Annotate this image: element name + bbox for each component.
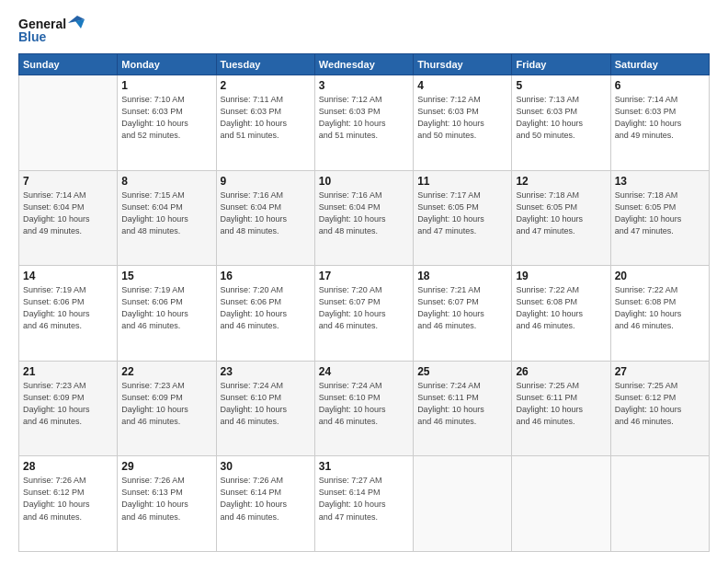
calendar-table: SundayMondayTuesdayWednesdayThursdayFrid… bbox=[18, 53, 710, 552]
calendar-day-cell: 13Sunrise: 7:18 AM Sunset: 6:05 PM Dayli… bbox=[610, 170, 709, 266]
day-number: 25 bbox=[417, 365, 507, 378]
day-header-sunday: Sunday bbox=[19, 54, 118, 75]
calendar-week-row: 21Sunrise: 7:23 AM Sunset: 6:09 PM Dayli… bbox=[19, 361, 710, 456]
calendar-day-cell: 27Sunrise: 7:25 AM Sunset: 6:12 PM Dayli… bbox=[610, 361, 709, 456]
day-header-friday: Friday bbox=[512, 54, 610, 75]
day-info: Sunrise: 7:26 AM Sunset: 6:12 PM Dayligh… bbox=[23, 475, 113, 523]
logo: General Blue bbox=[18, 17, 85, 44]
day-info: Sunrise: 7:17 AM Sunset: 6:05 PM Dayligh… bbox=[417, 190, 507, 237]
day-info: Sunrise: 7:22 AM Sunset: 6:08 PM Dayligh… bbox=[516, 284, 606, 332]
day-info: Sunrise: 7:23 AM Sunset: 6:09 PM Dayligh… bbox=[121, 380, 211, 428]
calendar-day-cell bbox=[610, 456, 709, 552]
day-info: Sunrise: 7:12 AM Sunset: 6:03 PM Dayligh… bbox=[319, 94, 409, 142]
day-number: 9 bbox=[221, 175, 311, 188]
day-info: Sunrise: 7:20 AM Sunset: 6:07 PM Dayligh… bbox=[319, 284, 409, 332]
day-number: 7 bbox=[23, 175, 113, 188]
calendar-day-cell: 19Sunrise: 7:22 AM Sunset: 6:08 PM Dayli… bbox=[512, 266, 610, 362]
calendar-day-cell: 5Sunrise: 7:13 AM Sunset: 6:03 PM Daylig… bbox=[512, 75, 610, 171]
day-number: 6 bbox=[615, 79, 705, 92]
day-number: 23 bbox=[221, 365, 311, 378]
day-number: 27 bbox=[615, 365, 705, 378]
calendar-day-cell: 9Sunrise: 7:16 AM Sunset: 6:04 PM Daylig… bbox=[216, 170, 314, 266]
calendar-day-cell: 12Sunrise: 7:18 AM Sunset: 6:05 PM Dayli… bbox=[512, 170, 610, 266]
calendar-week-row: 1Sunrise: 7:10 AM Sunset: 6:03 PM Daylig… bbox=[19, 75, 710, 171]
calendar-day-cell: 31Sunrise: 7:27 AM Sunset: 6:14 PM Dayli… bbox=[314, 456, 413, 552]
day-info: Sunrise: 7:25 AM Sunset: 6:11 PM Dayligh… bbox=[516, 380, 606, 428]
day-number: 11 bbox=[417, 175, 507, 188]
calendar-day-cell: 28Sunrise: 7:26 AM Sunset: 6:12 PM Dayli… bbox=[19, 456, 118, 552]
day-number: 28 bbox=[23, 460, 113, 473]
calendar-day-cell: 10Sunrise: 7:16 AM Sunset: 6:04 PM Dayli… bbox=[314, 170, 413, 266]
day-number: 8 bbox=[121, 175, 211, 188]
calendar-day-cell: 11Sunrise: 7:17 AM Sunset: 6:05 PM Dayli… bbox=[414, 170, 512, 266]
day-info: Sunrise: 7:19 AM Sunset: 6:06 PM Dayligh… bbox=[23, 284, 113, 332]
calendar-day-cell: 15Sunrise: 7:19 AM Sunset: 6:06 PM Dayli… bbox=[118, 266, 216, 362]
day-number: 10 bbox=[319, 175, 409, 188]
day-info: Sunrise: 7:21 AM Sunset: 6:07 PM Dayligh… bbox=[417, 284, 507, 332]
calendar-day-cell: 20Sunrise: 7:22 AM Sunset: 6:08 PM Dayli… bbox=[610, 266, 709, 362]
calendar-day-cell: 4Sunrise: 7:12 AM Sunset: 6:03 PM Daylig… bbox=[414, 75, 512, 171]
calendar-week-row: 7Sunrise: 7:14 AM Sunset: 6:04 PM Daylig… bbox=[19, 170, 710, 266]
day-number: 19 bbox=[516, 270, 606, 282]
calendar-day-cell: 1Sunrise: 7:10 AM Sunset: 6:03 PM Daylig… bbox=[118, 75, 216, 171]
day-number: 29 bbox=[121, 460, 211, 473]
calendar-day-cell: 25Sunrise: 7:24 AM Sunset: 6:11 PM Dayli… bbox=[414, 361, 512, 456]
day-number: 22 bbox=[121, 365, 211, 378]
day-info: Sunrise: 7:26 AM Sunset: 6:13 PM Dayligh… bbox=[121, 475, 211, 523]
calendar-day-cell bbox=[19, 75, 118, 171]
day-number: 17 bbox=[319, 270, 409, 282]
day-info: Sunrise: 7:18 AM Sunset: 6:05 PM Dayligh… bbox=[615, 190, 705, 237]
day-number: 15 bbox=[121, 270, 211, 282]
day-info: Sunrise: 7:24 AM Sunset: 6:10 PM Dayligh… bbox=[319, 380, 409, 428]
day-info: Sunrise: 7:10 AM Sunset: 6:03 PM Dayligh… bbox=[121, 94, 211, 142]
day-number: 16 bbox=[221, 270, 311, 282]
day-info: Sunrise: 7:16 AM Sunset: 6:04 PM Dayligh… bbox=[221, 190, 311, 237]
day-number: 24 bbox=[319, 365, 409, 378]
calendar-day-cell bbox=[512, 456, 610, 552]
day-info: Sunrise: 7:13 AM Sunset: 6:03 PM Dayligh… bbox=[516, 94, 606, 142]
day-number: 2 bbox=[221, 79, 311, 92]
day-header-monday: Monday bbox=[118, 54, 216, 75]
day-info: Sunrise: 7:23 AM Sunset: 6:09 PM Dayligh… bbox=[23, 380, 113, 428]
day-info: Sunrise: 7:14 AM Sunset: 6:04 PM Dayligh… bbox=[23, 190, 113, 237]
calendar-day-cell: 29Sunrise: 7:26 AM Sunset: 6:13 PM Dayli… bbox=[118, 456, 216, 552]
logo-blue-text: Blue bbox=[18, 29, 46, 44]
calendar-header-row: SundayMondayTuesdayWednesdayThursdayFrid… bbox=[19, 54, 710, 75]
day-header-wednesday: Wednesday bbox=[314, 54, 413, 75]
day-header-saturday: Saturday bbox=[610, 54, 709, 75]
day-info: Sunrise: 7:22 AM Sunset: 6:08 PM Dayligh… bbox=[615, 284, 705, 332]
calendar-day-cell: 6Sunrise: 7:14 AM Sunset: 6:03 PM Daylig… bbox=[610, 75, 709, 171]
day-info: Sunrise: 7:26 AM Sunset: 6:14 PM Dayligh… bbox=[221, 475, 311, 523]
calendar-day-cell: 17Sunrise: 7:20 AM Sunset: 6:07 PM Dayli… bbox=[314, 266, 413, 362]
day-info: Sunrise: 7:18 AM Sunset: 6:05 PM Dayligh… bbox=[516, 190, 606, 237]
day-info: Sunrise: 7:19 AM Sunset: 6:06 PM Dayligh… bbox=[121, 284, 211, 332]
logo-bird-icon bbox=[68, 16, 85, 29]
calendar-day-cell bbox=[414, 456, 512, 552]
day-number: 18 bbox=[417, 270, 507, 282]
day-info: Sunrise: 7:16 AM Sunset: 6:04 PM Dayligh… bbox=[319, 190, 409, 237]
calendar-day-cell: 26Sunrise: 7:25 AM Sunset: 6:11 PM Dayli… bbox=[512, 361, 610, 456]
day-number: 30 bbox=[221, 460, 311, 473]
day-info: Sunrise: 7:11 AM Sunset: 6:03 PM Dayligh… bbox=[221, 94, 311, 142]
day-number: 13 bbox=[615, 175, 705, 188]
calendar-day-cell: 3Sunrise: 7:12 AM Sunset: 6:03 PM Daylig… bbox=[314, 75, 413, 171]
day-info: Sunrise: 7:20 AM Sunset: 6:06 PM Dayligh… bbox=[221, 284, 311, 332]
day-number: 31 bbox=[319, 460, 409, 473]
day-number: 3 bbox=[319, 79, 409, 92]
calendar-day-cell: 23Sunrise: 7:24 AM Sunset: 6:10 PM Dayli… bbox=[216, 361, 314, 456]
calendar-day-cell: 14Sunrise: 7:19 AM Sunset: 6:06 PM Dayli… bbox=[19, 266, 118, 362]
day-info: Sunrise: 7:14 AM Sunset: 6:03 PM Dayligh… bbox=[615, 94, 705, 142]
day-info: Sunrise: 7:24 AM Sunset: 6:11 PM Dayligh… bbox=[417, 380, 507, 428]
day-number: 21 bbox=[23, 365, 113, 378]
calendar-day-cell: 24Sunrise: 7:24 AM Sunset: 6:10 PM Dayli… bbox=[314, 361, 413, 456]
page: General Blue SundayMondayTuesdayWednesda… bbox=[0, 0, 728, 563]
calendar-day-cell: 8Sunrise: 7:15 AM Sunset: 6:04 PM Daylig… bbox=[118, 170, 216, 266]
day-info: Sunrise: 7:25 AM Sunset: 6:12 PM Dayligh… bbox=[615, 380, 705, 428]
logo-graphic: General Blue bbox=[18, 17, 85, 44]
day-number: 5 bbox=[516, 79, 606, 92]
calendar-day-cell: 30Sunrise: 7:26 AM Sunset: 6:14 PM Dayli… bbox=[216, 456, 314, 552]
day-number: 20 bbox=[615, 270, 705, 282]
day-number: 12 bbox=[516, 175, 606, 188]
calendar-week-row: 28Sunrise: 7:26 AM Sunset: 6:12 PM Dayli… bbox=[19, 456, 710, 552]
calendar-day-cell: 2Sunrise: 7:11 AM Sunset: 6:03 PM Daylig… bbox=[216, 75, 314, 171]
